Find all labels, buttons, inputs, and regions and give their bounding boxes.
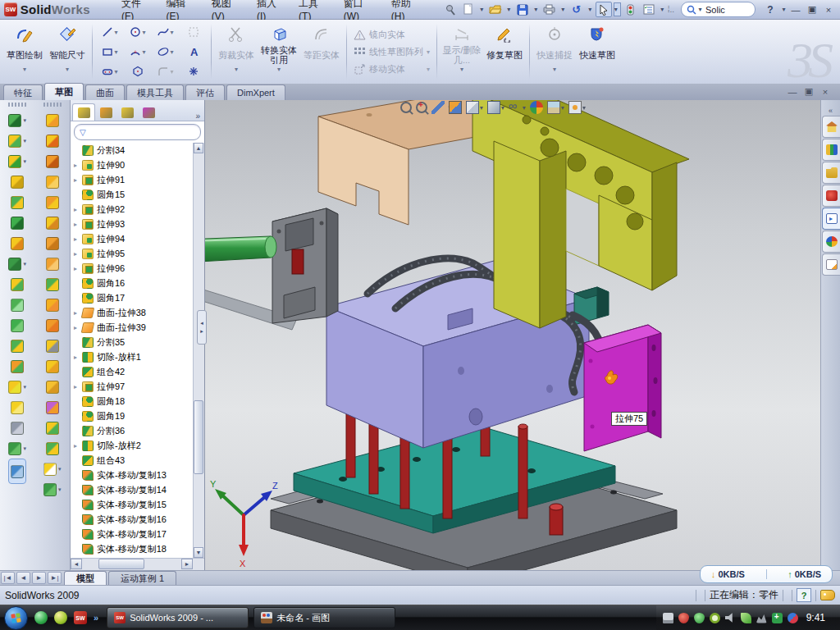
curve-button[interactable]: ▾ xyxy=(8,438,26,459)
plane-button[interactable] xyxy=(11,397,24,418)
tree-filter[interactable]: ▽ xyxy=(74,124,201,140)
chevron-down-icon[interactable]: ▾ xyxy=(114,68,117,75)
tray-antivirus-icon[interactable] xyxy=(678,613,689,623)
tray-sprout-icon[interactable] xyxy=(741,613,751,623)
tray-network-warning-icon[interactable] xyxy=(756,613,767,623)
quick-snaps-button[interactable]: 快速捕捉 ▾ xyxy=(533,21,576,82)
parting-surface-button[interactable] xyxy=(46,253,59,274)
part-handle[interactable] xyxy=(205,236,276,262)
chevron-down-icon[interactable]: ▾ xyxy=(559,6,567,13)
tree-item[interactable]: ▸拉伸93 xyxy=(71,217,204,231)
tray-health-icon[interactable] xyxy=(772,613,783,623)
scroll-left-icon[interactable]: ◄ xyxy=(71,559,82,569)
file-explorer-tab[interactable] xyxy=(822,162,840,184)
arc-tool[interactable]: +▾ xyxy=(124,42,152,62)
chevron-down-icon[interactable]: ▾ xyxy=(505,6,513,13)
scroll-up-icon[interactable]: ▲ xyxy=(194,143,203,153)
rebuild-button[interactable] xyxy=(623,2,639,17)
tree-item[interactable]: 实体-移动/复制16 xyxy=(71,512,204,527)
quicklaunch-orb-icon[interactable] xyxy=(54,611,67,624)
tree-vertical-scrollbar[interactable]: ▲ ▼ xyxy=(193,143,204,558)
home-tab[interactable] xyxy=(822,116,840,138)
chevron-down-icon[interactable]: ▾ xyxy=(23,261,26,267)
scroll-down-icon[interactable]: ▼ xyxy=(194,547,203,558)
chevron-down-icon[interactable]: ▾ xyxy=(114,29,117,36)
chevron-down-icon[interactable]: ▾ xyxy=(561,104,564,112)
mold-fillet-button[interactable] xyxy=(46,418,59,438)
convert-entities-button[interactable]: 转换实体引用 ▾ xyxy=(258,21,300,82)
tree-item[interactable]: 组合43 xyxy=(71,453,204,468)
circle-tool[interactable]: ▾ xyxy=(124,22,152,42)
mirror-entities-button[interactable]: !镜向实体 xyxy=(350,27,433,43)
search-input[interactable] xyxy=(704,4,750,16)
help-status-icon[interactable]: ? xyxy=(797,588,811,602)
repair-sketch-button[interactable]: 修复草图 xyxy=(483,21,526,82)
tree-item[interactable]: ▸曲面-拉伸38 xyxy=(71,305,204,320)
chevron-down-icon[interactable]: ▾ xyxy=(142,29,145,36)
radiate-surface-button[interactable] xyxy=(46,315,59,336)
tray-keyboard-icon[interactable] xyxy=(663,613,673,623)
fillet-button[interactable]: ▾ xyxy=(8,151,26,171)
split-line-button[interactable] xyxy=(46,130,59,151)
doc-restore-button[interactable]: ▣ xyxy=(801,84,817,98)
doc-close-button[interactable]: × xyxy=(817,84,833,98)
chevron-down-icon[interactable]: ▾ xyxy=(23,117,26,124)
tooling-split-button[interactable] xyxy=(46,356,59,377)
chevron-down-icon[interactable]: ▾ xyxy=(66,66,69,73)
chevron-down-icon[interactable]: ▾ xyxy=(532,6,540,13)
tree-item[interactable]: ▸拉伸91 xyxy=(71,172,204,187)
chevron-down-icon[interactable]: ▾ xyxy=(23,384,26,390)
propertymanager-tab[interactable] xyxy=(95,104,116,121)
slot-tool[interactable]: ▾ xyxy=(96,62,124,81)
part-side-block[interactable] xyxy=(584,325,661,451)
chevron-down-icon[interactable]: ▾ xyxy=(23,158,26,165)
instant3d-button[interactable] xyxy=(8,459,26,484)
extruded-cut-button[interactable]: ▾ xyxy=(8,130,26,151)
tree-item[interactable]: ▸拉伸97 xyxy=(71,379,204,394)
trim-entities-button[interactable]: 剪裁实体 ▾ xyxy=(215,21,258,82)
chevron-down-icon[interactable]: ▾ xyxy=(170,68,173,75)
tree-item[interactable]: 圆角16 xyxy=(71,276,204,290)
taskbar-button-paint[interactable]: 未命名 - 画图 xyxy=(253,607,395,628)
tree-item[interactable]: ▸拉伸96 xyxy=(71,261,204,276)
insert-mold-folder-button[interactable] xyxy=(46,110,59,130)
new-document-button[interactable] xyxy=(460,2,477,17)
knit-surface-button[interactable] xyxy=(46,274,59,294)
prev-tab-icon[interactable]: ◄ xyxy=(16,572,30,584)
help-button[interactable]: ? xyxy=(762,2,778,17)
linear-pattern-button[interactable]: ▾ xyxy=(8,253,26,274)
custom-properties-tab[interactable] xyxy=(822,253,840,276)
polygon-tool[interactable] xyxy=(124,62,152,81)
smart-dimension-button[interactable]: 智能尺寸 ▾ xyxy=(46,21,89,82)
move-face-button[interactable] xyxy=(46,192,59,212)
chevron-down-icon[interactable]: ▾ xyxy=(696,6,704,13)
chevron-down-icon[interactable]: ▾ xyxy=(427,48,430,56)
print-button[interactable] xyxy=(541,2,558,17)
swept-boss-button[interactable] xyxy=(11,171,24,192)
chevron-down-icon[interactable]: ▾ xyxy=(553,66,556,73)
tree-item[interactable]: ▸切除-放样1 xyxy=(71,349,204,364)
tab-evaluate[interactable]: 评估 xyxy=(185,84,225,100)
design-library-tab[interactable] xyxy=(822,139,840,161)
rib-button[interactable] xyxy=(11,274,24,294)
zoom-to-selection-button[interactable] xyxy=(431,101,445,114)
draft-button[interactable] xyxy=(11,294,24,315)
panel-flyout-icon[interactable]: » xyxy=(195,112,203,121)
sketch-draw-button[interactable]: 草图绘制 ▾ xyxy=(3,21,46,82)
taskpane-collapse-icon[interactable]: « xyxy=(821,107,840,115)
boss-cylinder-button[interactable] xyxy=(46,438,59,459)
taskbar-button-solidworks[interactable]: SW SolidWorks 2009 - ... xyxy=(107,607,249,628)
tree-item[interactable]: 分割35 xyxy=(71,335,204,349)
minimize-button[interactable]: — xyxy=(788,2,804,16)
pin-icon[interactable] xyxy=(442,2,459,17)
linear-sketch-pattern-button[interactable]: 线性草图阵列▾ xyxy=(350,44,433,60)
reference-geometry-button[interactable]: ▾ xyxy=(8,377,26,397)
expand-icon[interactable]: ▸ xyxy=(74,442,82,450)
scrollbar-thumb[interactable] xyxy=(98,559,144,569)
scale-button[interactable] xyxy=(46,212,59,233)
core-button[interactable] xyxy=(46,377,59,397)
toolbar-grip[interactable] xyxy=(43,103,62,107)
tab-surfaces[interactable]: 曲面 xyxy=(85,84,125,100)
tray-volume-icon[interactable] xyxy=(725,613,736,623)
parting-line-button[interactable] xyxy=(46,233,59,253)
